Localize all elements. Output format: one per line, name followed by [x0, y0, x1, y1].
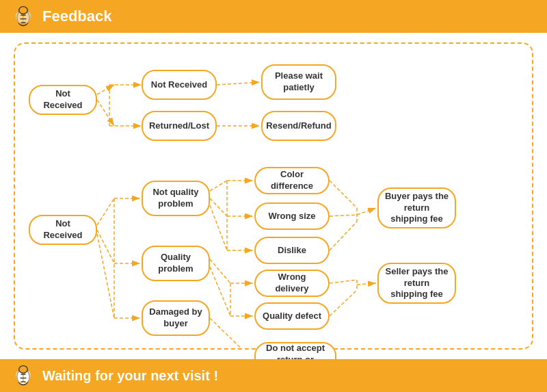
node-resend-refund: Resend/Refund	[261, 111, 336, 141]
main-content: Not Received Not Received Returned/Lost …	[0, 33, 547, 359]
svg-line-22	[210, 181, 227, 191]
svg-line-29	[210, 259, 230, 283]
bee-icon-header	[11, 4, 36, 29]
node-dislike: Dislike	[254, 237, 330, 264]
node-not-received-3: Not Received	[29, 215, 97, 245]
footer-title: Waiting for your next visit !	[42, 368, 218, 384]
node-seller-pays: Seller pays the return shipping fee	[377, 263, 456, 304]
node-returned-lost: Returned/Lost	[142, 111, 217, 141]
svg-line-43	[357, 283, 376, 285]
node-color-difference: Color difference	[254, 167, 330, 194]
svg-line-39	[357, 208, 376, 215]
node-please-wait: Please wait patietly	[261, 64, 336, 100]
svg-line-41	[330, 290, 357, 316]
footer: Waiting for your next visit !	[0, 359, 547, 392]
node-quality-problem: Quality problem	[142, 246, 210, 281]
svg-line-8	[97, 85, 114, 94]
svg-line-35	[330, 181, 357, 208]
svg-point-3	[19, 7, 28, 14]
node-not-received-2: Not Received	[142, 70, 217, 100]
svg-line-24	[210, 198, 227, 216]
header-title: Feedback	[42, 8, 112, 25]
svg-point-47	[19, 366, 28, 374]
svg-line-15	[97, 198, 114, 225]
svg-line-19	[97, 234, 114, 318]
node-wrong-delivery: Wrong delivery	[254, 270, 330, 297]
header: Feedback	[0, 0, 547, 33]
svg-line-26	[210, 205, 227, 250]
diagram-container: Not Received Not Received Returned/Lost …	[14, 42, 533, 350]
node-damaged-by-buyer: Damaged by buyer	[142, 300, 210, 336]
svg-line-37	[330, 222, 357, 250]
svg-line-9	[97, 100, 114, 126]
node-not-quality-problem: Not quality problem	[142, 181, 210, 216]
svg-line-31	[210, 267, 230, 316]
svg-line-40	[330, 280, 357, 283]
svg-line-17	[97, 230, 114, 263]
svg-line-10	[217, 82, 260, 85]
svg-line-36	[330, 215, 357, 216]
node-buyer-pays: Buyer pays the return shipping fee	[377, 187, 456, 228]
svg-line-34	[210, 318, 253, 348]
node-quality-defect: Quality defect	[254, 302, 330, 330]
node-not-received-1: Not Received	[29, 85, 97, 115]
bee-icon-footer	[11, 363, 36, 388]
node-wrong-size: Wrong size	[254, 202, 330, 230]
